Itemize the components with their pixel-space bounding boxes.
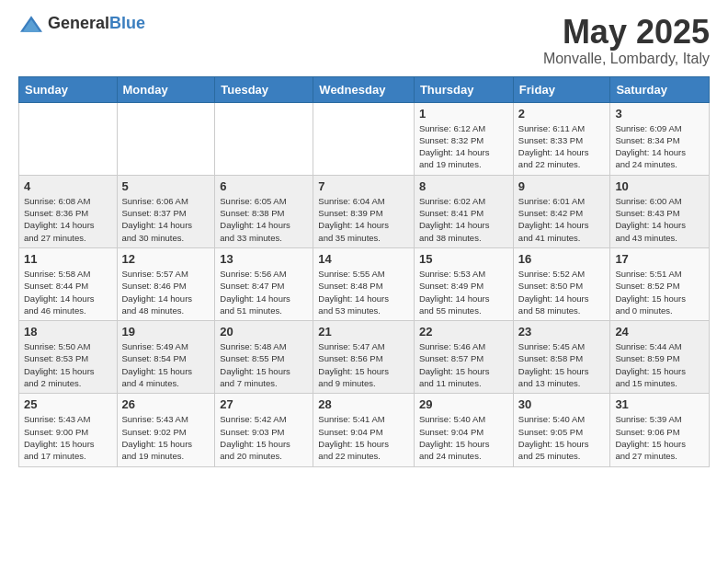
day-number: 6 <box>220 179 308 193</box>
day-cell: 10Sunrise: 6:00 AMSunset: 8:43 PMDayligh… <box>610 175 710 247</box>
day-cell: 24Sunrise: 5:44 AMSunset: 8:59 PMDayligh… <box>610 321 710 394</box>
day-number: 26 <box>122 397 210 411</box>
day-cell: 13Sunrise: 5:56 AMSunset: 8:47 PMDayligh… <box>215 247 313 320</box>
day-cell: 28Sunrise: 5:41 AMSunset: 9:04 PMDayligh… <box>313 394 415 466</box>
day-info: Sunrise: 5:43 AMSunset: 9:02 PMDaylight:… <box>122 413 210 462</box>
day-cell: 15Sunrise: 5:53 AMSunset: 8:49 PMDayligh… <box>414 247 513 320</box>
day-info: Sunrise: 6:11 AMSunset: 8:33 PMDaylight:… <box>518 122 606 171</box>
day-info: Sunrise: 5:52 AMSunset: 8:50 PMDaylight:… <box>518 268 606 316</box>
week-row-4: 18Sunrise: 5:50 AMSunset: 8:53 PMDayligh… <box>19 321 710 394</box>
day-cell: 18Sunrise: 5:50 AMSunset: 8:53 PMDayligh… <box>19 321 118 394</box>
day-number: 4 <box>24 179 112 193</box>
day-cell: 8Sunrise: 6:02 AMSunset: 8:41 PMDaylight… <box>414 175 513 247</box>
day-cell: 2Sunrise: 6:11 AMSunset: 8:33 PMDaylight… <box>513 102 610 175</box>
day-number: 11 <box>24 252 112 266</box>
day-cell: 16Sunrise: 5:52 AMSunset: 8:50 PMDayligh… <box>513 247 610 320</box>
month-title: May 2025 <box>543 14 710 51</box>
day-number: 25 <box>24 397 112 411</box>
day-number: 1 <box>419 107 508 121</box>
day-info: Sunrise: 5:41 AMSunset: 9:04 PMDaylight:… <box>318 413 409 462</box>
day-number: 31 <box>615 397 704 411</box>
day-info: Sunrise: 5:44 AMSunset: 8:59 PMDaylight:… <box>615 340 704 389</box>
day-info: Sunrise: 5:40 AMSunset: 9:05 PMDaylight:… <box>518 413 606 462</box>
day-number: 2 <box>518 107 606 121</box>
day-number: 5 <box>122 179 210 193</box>
day-number: 3 <box>615 107 704 121</box>
day-number: 28 <box>318 397 409 411</box>
day-number: 14 <box>318 252 409 266</box>
day-info: Sunrise: 6:00 AMSunset: 8:43 PMDaylight:… <box>615 195 704 244</box>
day-cell: 12Sunrise: 5:57 AMSunset: 8:46 PMDayligh… <box>117 247 215 320</box>
day-number: 8 <box>419 179 508 193</box>
weekday-header-friday: Friday <box>513 76 610 102</box>
logo-icon <box>18 15 44 33</box>
day-info: Sunrise: 6:02 AMSunset: 8:41 PMDaylight:… <box>419 195 508 244</box>
week-row-1: 1Sunrise: 6:12 AMSunset: 8:32 PMDaylight… <box>19 102 710 175</box>
day-info: Sunrise: 5:57 AMSunset: 8:46 PMDaylight:… <box>122 268 210 316</box>
day-info: Sunrise: 5:40 AMSunset: 9:04 PMDaylight:… <box>419 413 508 462</box>
title-area: May 2025 Monvalle, Lombardy, Italy <box>543 14 710 67</box>
day-cell: 26Sunrise: 5:43 AMSunset: 9:02 PMDayligh… <box>117 394 215 466</box>
day-info: Sunrise: 5:42 AMSunset: 9:03 PMDaylight:… <box>220 413 308 462</box>
day-number: 23 <box>518 325 606 339</box>
day-info: Sunrise: 6:04 AMSunset: 8:39 PMDaylight:… <box>318 195 409 244</box>
day-cell: 31Sunrise: 5:39 AMSunset: 9:06 PMDayligh… <box>610 394 710 466</box>
weekday-header-wednesday: Wednesday <box>313 76 415 102</box>
day-cell: 3Sunrise: 6:09 AMSunset: 8:34 PMDaylight… <box>610 102 710 175</box>
day-cell: 11Sunrise: 5:58 AMSunset: 8:44 PMDayligh… <box>19 247 118 320</box>
day-info: Sunrise: 5:51 AMSunset: 8:52 PMDaylight:… <box>615 268 704 316</box>
logo: GeneralBlue <box>18 14 145 33</box>
day-cell: 1Sunrise: 6:12 AMSunset: 8:32 PMDaylight… <box>414 102 513 175</box>
day-info: Sunrise: 6:09 AMSunset: 8:34 PMDaylight:… <box>615 122 704 171</box>
day-number: 27 <box>220 397 308 411</box>
day-info: Sunrise: 5:39 AMSunset: 9:06 PMDaylight:… <box>615 413 704 462</box>
day-number: 18 <box>24 325 112 339</box>
day-cell: 17Sunrise: 5:51 AMSunset: 8:52 PMDayligh… <box>610 247 710 320</box>
day-number: 30 <box>518 397 606 411</box>
day-cell: 20Sunrise: 5:48 AMSunset: 8:55 PMDayligh… <box>215 321 313 394</box>
day-info: Sunrise: 6:05 AMSunset: 8:38 PMDaylight:… <box>220 195 308 244</box>
day-cell: 9Sunrise: 6:01 AMSunset: 8:42 PMDaylight… <box>513 175 610 247</box>
day-number: 20 <box>220 325 308 339</box>
day-cell: 7Sunrise: 6:04 AMSunset: 8:39 PMDaylight… <box>313 175 415 247</box>
day-number: 17 <box>615 252 704 266</box>
day-number: 12 <box>122 252 210 266</box>
day-info: Sunrise: 5:47 AMSunset: 8:56 PMDaylight:… <box>318 340 409 389</box>
day-info: Sunrise: 6:12 AMSunset: 8:32 PMDaylight:… <box>419 122 508 171</box>
day-cell <box>19 102 118 175</box>
header: GeneralBlue May 2025 Monvalle, Lombardy,… <box>18 14 710 67</box>
day-cell: 4Sunrise: 6:08 AMSunset: 8:36 PMDaylight… <box>19 175 118 247</box>
day-number: 29 <box>419 397 508 411</box>
day-number: 9 <box>518 179 606 193</box>
location-title: Monvalle, Lombardy, Italy <box>543 51 710 67</box>
day-info: Sunrise: 5:58 AMSunset: 8:44 PMDaylight:… <box>24 268 112 316</box>
week-row-3: 11Sunrise: 5:58 AMSunset: 8:44 PMDayligh… <box>19 247 710 320</box>
day-cell: 25Sunrise: 5:43 AMSunset: 9:00 PMDayligh… <box>19 394 118 466</box>
day-number: 10 <box>615 179 704 193</box>
weekday-header-monday: Monday <box>117 76 215 102</box>
weekday-header-row: SundayMondayTuesdayWednesdayThursdayFrid… <box>19 76 710 102</box>
day-info: Sunrise: 5:50 AMSunset: 8:53 PMDaylight:… <box>24 340 112 389</box>
day-number: 7 <box>318 179 409 193</box>
day-number: 16 <box>518 252 606 266</box>
day-number: 24 <box>615 325 704 339</box>
day-number: 21 <box>318 325 409 339</box>
logo-text-general: General <box>48 14 109 32</box>
day-cell <box>313 102 415 175</box>
calendar-table: SundayMondayTuesdayWednesdayThursdayFrid… <box>18 76 710 467</box>
day-number: 13 <box>220 252 308 266</box>
day-cell: 29Sunrise: 5:40 AMSunset: 9:04 PMDayligh… <box>414 394 513 466</box>
day-cell <box>117 102 215 175</box>
day-cell <box>215 102 313 175</box>
day-cell: 21Sunrise: 5:47 AMSunset: 8:56 PMDayligh… <box>313 321 415 394</box>
day-info: Sunrise: 5:48 AMSunset: 8:55 PMDaylight:… <box>220 340 308 389</box>
day-cell: 23Sunrise: 5:45 AMSunset: 8:58 PMDayligh… <box>513 321 610 394</box>
week-row-2: 4Sunrise: 6:08 AMSunset: 8:36 PMDaylight… <box>19 175 710 247</box>
day-number: 15 <box>419 252 508 266</box>
day-info: Sunrise: 5:56 AMSunset: 8:47 PMDaylight:… <box>220 268 308 316</box>
day-cell: 6Sunrise: 6:05 AMSunset: 8:38 PMDaylight… <box>215 175 313 247</box>
day-info: Sunrise: 6:08 AMSunset: 8:36 PMDaylight:… <box>24 195 112 244</box>
day-info: Sunrise: 5:45 AMSunset: 8:58 PMDaylight:… <box>518 340 606 389</box>
day-info: Sunrise: 5:53 AMSunset: 8:49 PMDaylight:… <box>419 268 508 316</box>
day-number: 22 <box>419 325 508 339</box>
